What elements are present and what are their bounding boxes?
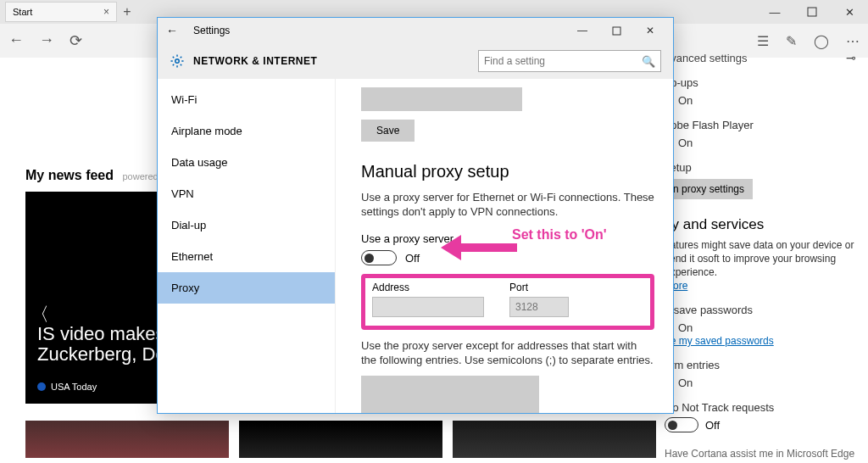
settings-sidebar: Wi-Fi Airplane mode Data usage VPN Dial-… — [158, 79, 336, 413]
privacy-body: eatures might save data on your device o… — [665, 238, 856, 279]
sidebar-item-vpn[interactable]: VPN — [158, 178, 335, 209]
hero-headline: IS video makes Zuckerberg, Do — [37, 324, 166, 365]
sidebar-item-wifi[interactable]: Wi-Fi — [158, 84, 335, 115]
search-icon: 🔍 — [642, 55, 655, 68]
manual-proxy-heading: Manual proxy setup — [361, 162, 654, 181]
settings-header: NETWORK & INTERNET 🔍 — [158, 43, 673, 79]
settings-pane: Save Manual proxy setup Use a proxy serv… — [336, 79, 673, 413]
settings-titlebar: ← Settings — ✕ — [158, 18, 673, 43]
thumb-row — [25, 421, 656, 458]
script-address-input[interactable] — [361, 87, 522, 111]
savepw-label: o save passwords — [665, 304, 856, 316]
flash-label: dobe Flash Player — [665, 119, 856, 131]
savepw-value: On — [678, 321, 856, 334]
forward-icon[interactable]: → — [39, 31, 54, 50]
news-thumb[interactable] — [25, 421, 229, 458]
sidebar-item-ethernet[interactable]: Ethernet — [158, 241, 335, 272]
more-icon[interactable]: ⋯ — [846, 33, 860, 49]
manual-proxy-desc: Use a proxy server for Ethernet or Wi-Fi… — [361, 190, 654, 219]
use-proxy-label: Use a proxy server — [361, 232, 654, 245]
hero-source: USA Today — [37, 382, 97, 392]
reading-icon[interactable]: ☰ — [757, 33, 769, 49]
dnt-label: Do Not Track requests — [665, 401, 856, 414]
proxy-port-input[interactable] — [509, 297, 569, 317]
sidebar-item-airplane[interactable]: Airplane mode — [158, 115, 335, 147]
feed-title: My news feed — [25, 168, 114, 183]
address-label: Address — [372, 282, 484, 293]
close-icon[interactable]: ✕ — [636, 21, 665, 40]
cortana-label: Have Cortana assist me in Microsoft Edge — [665, 448, 856, 460]
setup-label: setup — [665, 161, 856, 174]
open-proxy-button[interactable]: n proxy settings — [665, 179, 753, 199]
svg-rect-1 — [613, 27, 620, 35]
port-label: Port — [509, 282, 569, 293]
sidebar-item-dialup[interactable]: Dial-up — [158, 209, 335, 241]
exceptions-input[interactable] — [361, 376, 539, 413]
formentries-value: On — [678, 377, 856, 389]
privacy-heading: cy and services — [665, 216, 856, 233]
save-button[interactable]: Save — [361, 120, 415, 142]
news-thumb[interactable] — [239, 421, 442, 458]
svg-rect-0 — [808, 8, 816, 16]
use-proxy-toggle[interactable] — [361, 250, 397, 265]
highlight-box: Address Port — [361, 274, 654, 330]
popups-label: op-ups — [665, 76, 856, 89]
settings-window: ← Settings — ✕ NETWORK & INTERNET 🔍 Wi-F… — [157, 17, 674, 414]
news-thumb[interactable] — [453, 421, 656, 458]
sidebar-item-data[interactable]: Data usage — [158, 147, 335, 178]
tab-title: Start — [13, 7, 32, 17]
proxy-address-input[interactable] — [372, 297, 484, 317]
maximize-icon[interactable] — [793, 0, 831, 24]
edge-advanced-panel: dvanced settings⊸ op-ups On dobe Flash P… — [665, 51, 856, 460]
adv-header: dvanced settings — [665, 52, 748, 64]
browser-tab[interactable]: Start × — [5, 2, 117, 22]
toggle-state: Off — [405, 252, 420, 265]
minimize-icon[interactable]: — — [568, 21, 597, 40]
sidebar-item-proxy[interactable]: Proxy — [158, 272, 335, 304]
back-icon[interactable]: ← — [8, 31, 24, 50]
popups-value: On — [678, 94, 856, 107]
minimize-icon[interactable]: — — [756, 0, 793, 24]
dnt-state: Off — [705, 419, 720, 432]
refresh-icon[interactable]: ⟳ — [70, 31, 82, 50]
share-icon[interactable]: ✎ — [786, 33, 797, 49]
new-tab-button[interactable]: + — [117, 4, 137, 20]
search-input[interactable] — [484, 55, 642, 67]
section-title: NETWORK & INTERNET — [193, 55, 317, 67]
settings-search[interactable]: 🔍 — [478, 50, 661, 72]
manage-pw-link[interactable]: ge my saved passwords — [665, 335, 774, 347]
formentries-label: orm entries — [665, 359, 856, 371]
hub-icon[interactable]: ◯ — [814, 33, 829, 49]
svg-point-2 — [175, 59, 180, 64]
back-icon[interactable]: ← — [166, 24, 178, 37]
pin-icon[interactable]: ⊸ — [846, 51, 856, 64]
flash-value: On — [678, 137, 856, 149]
edge-window-controls: — ✕ — [756, 0, 868, 24]
close-icon[interactable]: ✕ — [831, 0, 868, 24]
maximize-icon[interactable] — [602, 21, 631, 40]
window-title: Settings — [193, 25, 230, 36]
gear-icon — [170, 53, 185, 69]
close-icon[interactable]: × — [103, 6, 109, 18]
dnt-toggle[interactable] — [665, 417, 698, 432]
except-desc: Use the proxy server except for addresse… — [361, 338, 654, 367]
